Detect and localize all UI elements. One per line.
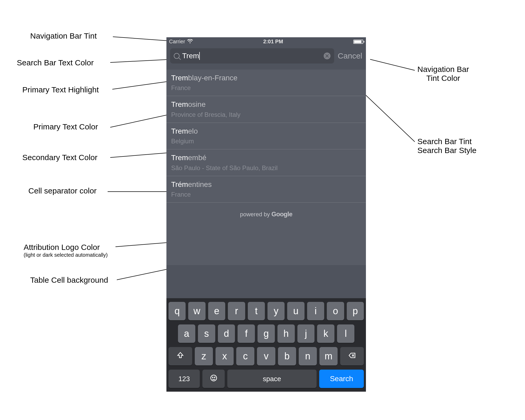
anno-attribution-logo-color: Attribution Logo Color <box>24 243 100 252</box>
key-s[interactable]: s <box>198 324 215 343</box>
key-g[interactable]: g <box>258 324 275 343</box>
key-123[interactable]: 123 <box>169 370 200 388</box>
secondary-text: France <box>171 191 361 198</box>
search-text: Trem <box>182 52 200 60</box>
results-table: Tremblay-en-France France Tremosine Prov… <box>166 70 366 265</box>
wifi-icon <box>187 39 193 45</box>
anno-table-cell-background: Table Cell background <box>30 276 108 285</box>
key-space[interactable]: space <box>227 370 317 388</box>
key-r[interactable]: r <box>228 302 245 320</box>
key-o[interactable]: o <box>327 302 344 320</box>
key-f[interactable]: f <box>238 324 255 343</box>
anno-cell-separator-color: Cell separator color <box>28 186 97 195</box>
keyboard-row-3: z x c v b n m <box>169 347 364 365</box>
keyboard-row-4: 123 space Search <box>169 370 364 388</box>
primary-text: Trémentines <box>171 180 361 189</box>
table-row[interactable]: Trémentines France <box>166 176 366 203</box>
keyboard: q w e r t y u i o p a s d f g h j k l <box>166 298 366 392</box>
key-search[interactable]: Search <box>319 370 364 388</box>
svg-point-11 <box>212 377 213 378</box>
key-u[interactable]: u <box>287 302 304 320</box>
key-j[interactable]: j <box>297 324 315 343</box>
key-e[interactable]: e <box>208 302 225 320</box>
key-m[interactable]: m <box>319 347 338 365</box>
anno-attribution-logo-sub: (light or dark selected automatically) <box>24 252 108 258</box>
key-backspace[interactable] <box>340 347 364 365</box>
svg-line-0 <box>113 37 167 41</box>
battery-icon <box>353 40 363 44</box>
cancel-button[interactable]: Cancel <box>338 51 362 60</box>
status-bar: Carrier 2:01 PM <box>166 37 366 46</box>
key-q[interactable]: q <box>169 302 186 320</box>
secondary-text: France <box>171 84 361 92</box>
keyboard-row-1: q w e r t y u i o p <box>169 302 364 320</box>
anno-nav-bar-tint-color: Navigation Bar Tint Color <box>417 65 469 83</box>
table-row[interactable]: Tremembé São Paulo - State of São Paulo,… <box>166 149 366 176</box>
key-y[interactable]: y <box>267 302 285 320</box>
key-b[interactable]: b <box>278 347 296 365</box>
anno-secondary-text-color: Secondary Text Color <box>22 153 97 162</box>
secondary-text: Belgium <box>171 138 361 145</box>
key-a[interactable]: a <box>178 324 195 343</box>
key-i[interactable]: i <box>307 302 324 320</box>
primary-text: Tremelo <box>171 127 361 136</box>
table-row[interactable]: Tremelo Belgium <box>166 123 366 149</box>
navigation-bar: Trem Cancel <box>166 46 366 70</box>
table-background <box>166 234 366 265</box>
key-h[interactable]: h <box>277 324 295 343</box>
search-input[interactable]: Trem <box>170 48 334 64</box>
anno-search-bar-text-color: Search Bar Text Color <box>17 58 94 67</box>
primary-text: Tremblay-en-France <box>171 73 361 83</box>
key-t[interactable]: t <box>248 302 265 320</box>
key-k[interactable]: k <box>317 324 334 343</box>
anno-primary-text-highlight: Primary Text Highlight <box>22 85 99 94</box>
backspace-icon <box>348 351 356 361</box>
google-logo-icon: Google <box>271 211 292 218</box>
anno-search-bar-tint-style: Search Bar Tint Search Bar Style <box>417 137 476 155</box>
key-c[interactable]: c <box>236 347 254 365</box>
key-x[interactable]: x <box>216 347 234 365</box>
anno-primary-text-color: Primary Text Color <box>33 122 98 131</box>
key-w[interactable]: w <box>188 302 205 320</box>
attribution-label: powered by Google <box>166 203 366 234</box>
key-shift[interactable] <box>169 347 192 365</box>
key-d[interactable]: d <box>218 324 235 343</box>
keyboard-row-2: a s d f g h j k l <box>169 324 364 343</box>
svg-point-10 <box>211 375 217 381</box>
svg-line-8 <box>370 59 415 70</box>
svg-point-12 <box>214 377 215 378</box>
primary-text: Tremembé <box>171 153 361 162</box>
key-p[interactable]: p <box>347 302 364 320</box>
key-emoji[interactable] <box>202 370 225 388</box>
phone-screenshot: Carrier 2:01 PM Trem Cancel Tremblay-en-… <box>166 37 366 392</box>
carrier-label: Carrier <box>169 39 185 45</box>
table-row[interactable]: Tremblay-en-France France <box>166 70 366 96</box>
clock-label: 2:01 PM <box>263 39 283 45</box>
search-icon <box>174 53 180 59</box>
emoji-icon <box>210 374 218 384</box>
key-v[interactable]: v <box>257 347 275 365</box>
table-row[interactable]: Tremosine Province of Brescia, Italy <box>166 96 366 123</box>
anno-nav-bar-tint: Navigation Bar Tint <box>30 32 97 40</box>
key-l[interactable]: l <box>337 324 354 343</box>
secondary-text: Province of Brescia, Italy <box>171 111 361 118</box>
clear-icon[interactable] <box>324 52 330 59</box>
secondary-text: São Paulo - State of São Paulo, Brazil <box>171 164 361 172</box>
key-z[interactable]: z <box>195 347 213 365</box>
key-n[interactable]: n <box>299 347 317 365</box>
shift-icon <box>176 351 184 361</box>
primary-text: Tremosine <box>171 100 361 109</box>
